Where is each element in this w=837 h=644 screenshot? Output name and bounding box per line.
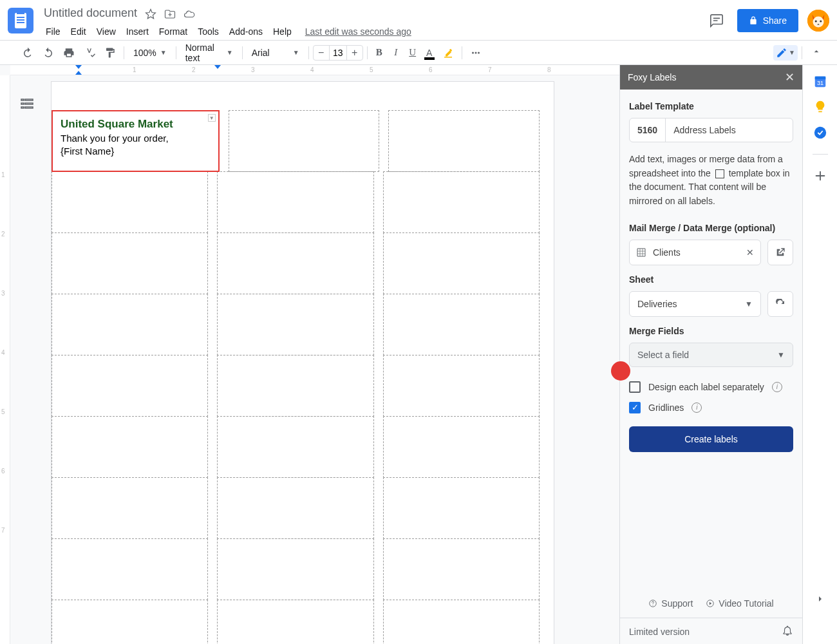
ruler-right-indent[interactable] bbox=[214, 65, 221, 69]
info-icon[interactable]: i bbox=[691, 402, 702, 413]
menu-file[interactable]: File bbox=[41, 24, 65, 39]
menu-insert[interactable]: Insert bbox=[122, 24, 153, 39]
label-cell[interactable] bbox=[383, 416, 540, 478]
label-cell[interactable] bbox=[383, 600, 540, 644]
label-cell[interactable] bbox=[217, 355, 373, 417]
cloud-status-icon[interactable] bbox=[183, 8, 195, 20]
label-cell[interactable] bbox=[229, 110, 380, 172]
label-cell[interactable] bbox=[388, 110, 540, 172]
menu-tools[interactable]: Tools bbox=[193, 24, 223, 39]
share-label: Share bbox=[763, 15, 787, 26]
sheet-name: Deliveries bbox=[637, 299, 677, 309]
more-toolbar-icon[interactable] bbox=[466, 44, 485, 61]
label-cell[interactable] bbox=[383, 355, 540, 417]
move-icon[interactable] bbox=[164, 8, 176, 20]
clear-source-icon[interactable]: ✕ bbox=[746, 247, 754, 258]
label-cell[interactable] bbox=[217, 294, 373, 355]
paint-format-icon[interactable] bbox=[100, 44, 120, 61]
label-cell[interactable] bbox=[217, 477, 373, 539]
merge-field-select[interactable]: Select a field ▼ bbox=[629, 343, 793, 367]
text-color-button[interactable]: A bbox=[422, 44, 437, 61]
open-source-icon[interactable] bbox=[767, 240, 793, 265]
label-cell[interactable] bbox=[383, 477, 540, 539]
font-size-input[interactable] bbox=[329, 46, 347, 60]
template-box-icon bbox=[715, 169, 724, 178]
tasks-icon[interactable] bbox=[813, 126, 827, 140]
label-cell[interactable] bbox=[383, 171, 540, 233]
ruler-left-indent[interactable] bbox=[75, 71, 82, 75]
menu-format[interactable]: Format bbox=[155, 24, 192, 39]
menu-help[interactable]: Help bbox=[268, 24, 296, 39]
template-code: 5160 bbox=[630, 118, 666, 142]
refresh-icon[interactable] bbox=[767, 291, 793, 317]
redo-icon[interactable] bbox=[39, 44, 58, 61]
label-cell[interactable] bbox=[52, 294, 208, 355]
template-selector[interactable]: 5160 Address Labels bbox=[629, 118, 793, 142]
share-button[interactable]: Share bbox=[737, 9, 798, 32]
label-cell[interactable] bbox=[52, 416, 208, 478]
docs-logo[interactable] bbox=[8, 8, 33, 33]
menu-addons[interactable]: Add-ons bbox=[225, 24, 267, 39]
calendar-icon[interactable]: 31 bbox=[813, 74, 827, 88]
collapse-toolbar-icon[interactable] bbox=[806, 44, 827, 61]
comments-icon[interactable] bbox=[705, 9, 728, 32]
font-size-increase[interactable]: + bbox=[347, 45, 362, 61]
data-source-chip[interactable]: Clients ✕ bbox=[629, 240, 761, 265]
edit-mode-select[interactable]: ▼ bbox=[773, 45, 798, 61]
label-cell[interactable] bbox=[383, 294, 540, 355]
label-cell[interactable] bbox=[217, 416, 373, 478]
underline-button[interactable]: U bbox=[405, 44, 420, 61]
cell-dropdown-icon[interactable]: ▼ bbox=[208, 114, 216, 122]
vertical-ruler[interactable]: 1 2 3 4 5 6 7 bbox=[0, 75, 10, 644]
label-cell[interactable] bbox=[52, 355, 208, 417]
menu-edit[interactable]: Edit bbox=[66, 24, 91, 39]
highlight-button[interactable] bbox=[438, 44, 458, 61]
font-size-decrease[interactable]: − bbox=[314, 45, 329, 61]
template-name: Address Labels bbox=[666, 118, 744, 142]
close-icon[interactable]: ✕ bbox=[785, 70, 795, 84]
menu-view[interactable]: View bbox=[92, 24, 120, 39]
keep-icon[interactable] bbox=[813, 100, 827, 114]
print-icon[interactable] bbox=[59, 44, 79, 61]
label-cell[interactable] bbox=[52, 477, 208, 539]
label-cell[interactable] bbox=[217, 600, 373, 644]
label-cell[interactable] bbox=[217, 232, 373, 294]
font-select[interactable]: Arial▼ bbox=[247, 45, 305, 61]
last-edit-link[interactable]: Last edit was seconds ago bbox=[305, 26, 411, 37]
label-cell[interactable] bbox=[383, 538, 540, 600]
document-page[interactable]: ▼ United Square Market Thank you for you… bbox=[52, 82, 554, 644]
star-icon[interactable] bbox=[145, 8, 156, 20]
gridlines-checkbox[interactable]: ✓ bbox=[629, 402, 641, 413]
doc-title[interactable]: Untitled document bbox=[41, 5, 140, 21]
label-cell[interactable] bbox=[217, 171, 373, 233]
svg-point-1 bbox=[813, 16, 824, 27]
info-icon[interactable]: i bbox=[772, 382, 782, 392]
design-separately-checkbox[interactable] bbox=[629, 381, 641, 393]
account-avatar[interactable] bbox=[807, 10, 829, 32]
add-addon-icon[interactable] bbox=[813, 169, 827, 183]
italic-button[interactable]: I bbox=[388, 44, 404, 61]
label-cell[interactable] bbox=[217, 538, 373, 600]
spellcheck-icon[interactable] bbox=[80, 44, 99, 61]
create-labels-button[interactable]: Create labels bbox=[629, 426, 793, 452]
label-cell[interactable] bbox=[52, 232, 208, 294]
label-cell-template[interactable]: ▼ United Square Market Thank you for you… bbox=[52, 110, 220, 172]
sheet-select[interactable]: Deliveries ▼ bbox=[629, 291, 761, 317]
ruler-first-line-indent[interactable] bbox=[75, 65, 82, 69]
styles-select[interactable]: Normal text▼ bbox=[180, 40, 238, 66]
label-cell[interactable] bbox=[383, 232, 540, 294]
bold-button[interactable]: B bbox=[371, 44, 387, 61]
panel-title: Foxy Labels bbox=[628, 72, 676, 82]
hide-rail-icon[interactable] bbox=[815, 594, 825, 606]
support-link[interactable]: Support bbox=[648, 598, 693, 609]
addon-panel: Foxy Labels ✕ Label Template 5160 Addres… bbox=[619, 65, 802, 644]
notifications-icon[interactable] bbox=[782, 625, 793, 638]
undo-icon[interactable] bbox=[18, 44, 37, 61]
video-tutorial-link[interactable]: Video Tutorial bbox=[706, 598, 773, 609]
svg-point-5 bbox=[475, 52, 476, 53]
label-cell[interactable] bbox=[52, 538, 208, 600]
label-cell[interactable] bbox=[52, 171, 208, 233]
label-cell[interactable] bbox=[52, 600, 208, 644]
zoom-select[interactable]: 100%▼ bbox=[128, 45, 172, 61]
horizontal-ruler[interactable]: 1 2 3 4 5 6 7 8 bbox=[10, 65, 619, 75]
